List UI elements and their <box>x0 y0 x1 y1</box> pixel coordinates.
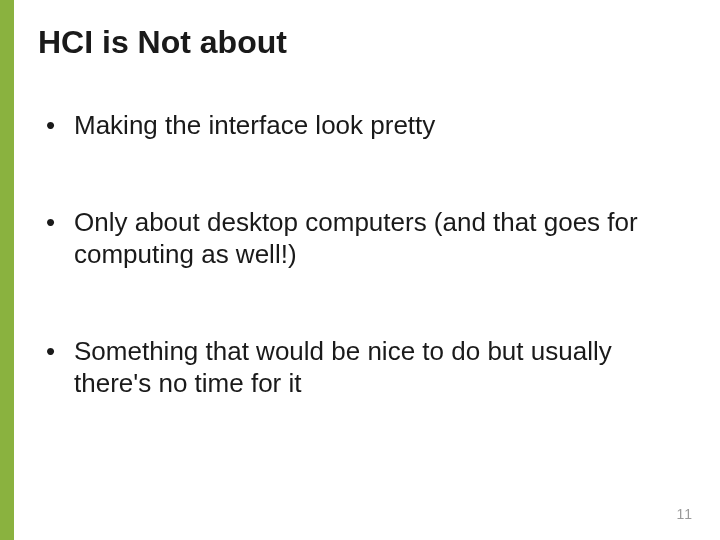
bullet-list: Making the interface look pretty Only ab… <box>38 109 680 400</box>
bullet-item: Only about desktop computers (and that g… <box>46 206 680 271</box>
accent-bar <box>0 0 14 540</box>
slide-content: HCI is Not about Making the interface lo… <box>38 24 680 500</box>
bullet-item: Something that would be nice to do but u… <box>46 335 680 400</box>
slide-title: HCI is Not about <box>38 24 680 61</box>
bullet-item: Making the interface look pretty <box>46 109 680 142</box>
page-number: 11 <box>676 506 692 522</box>
